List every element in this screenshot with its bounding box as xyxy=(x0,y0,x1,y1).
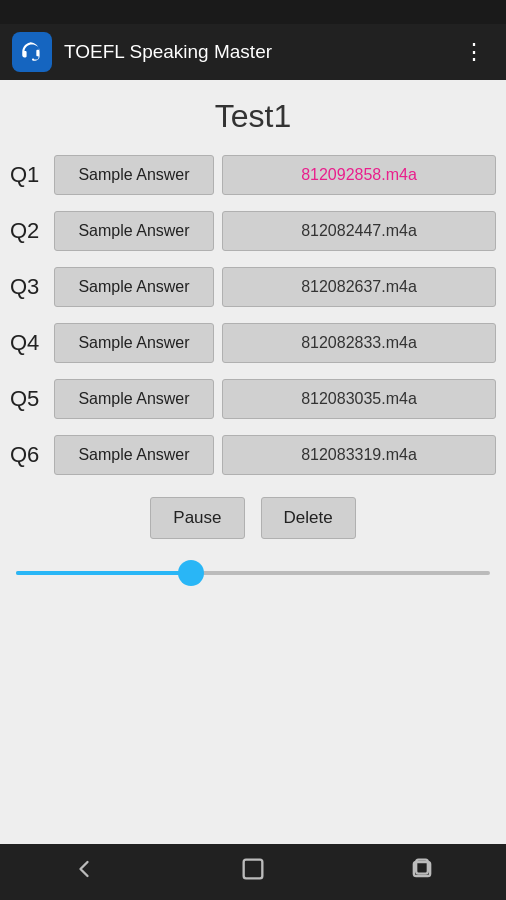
question-label-q4: Q4 xyxy=(10,330,46,356)
sample-answer-button-q4[interactable]: Sample Answer xyxy=(54,323,214,363)
question-label-q5: Q5 xyxy=(10,386,46,412)
app-icon xyxy=(12,32,52,72)
status-bar xyxy=(0,0,506,24)
recent-icon[interactable] xyxy=(408,855,436,889)
sample-answer-button-q3[interactable]: Sample Answer xyxy=(54,267,214,307)
svg-rect-0 xyxy=(244,860,263,879)
top-bar-left: TOEFL Speaking Master xyxy=(12,32,272,72)
slider-fill xyxy=(16,571,191,575)
sample-answer-button-q6[interactable]: Sample Answer xyxy=(54,435,214,475)
answer-file-button-q2[interactable]: 812082447.m4a xyxy=(222,211,496,251)
question-list: Q1 Sample Answer 812092858.m4a Q2 Sample… xyxy=(0,147,506,483)
answer-file-button-q1[interactable]: 812092858.m4a xyxy=(222,155,496,195)
question-label-q2: Q2 xyxy=(10,218,46,244)
slider-track[interactable] xyxy=(16,571,490,575)
question-label-q3: Q3 xyxy=(10,274,46,300)
table-row: Q2 Sample Answer 812082447.m4a xyxy=(0,203,506,259)
answer-file-button-q5[interactable]: 812083035.m4a xyxy=(222,379,496,419)
table-row: Q1 Sample Answer 812092858.m4a xyxy=(0,147,506,203)
slider-container xyxy=(0,547,506,575)
table-row: Q5 Sample Answer 812083035.m4a xyxy=(0,371,506,427)
back-icon[interactable] xyxy=(70,855,98,889)
table-row: Q4 Sample Answer 812082833.m4a xyxy=(0,315,506,371)
answer-file-button-q6[interactable]: 812083319.m4a xyxy=(222,435,496,475)
bottom-nav xyxy=(0,844,506,900)
answer-file-button-q3[interactable]: 812082637.m4a xyxy=(222,267,496,307)
main-content: Test1 Q1 Sample Answer 812092858.m4a Q2 … xyxy=(0,80,506,844)
bottom-controls: Pause Delete xyxy=(0,483,506,547)
slider-thumb[interactable] xyxy=(178,560,204,586)
table-row: Q6 Sample Answer 812083319.m4a xyxy=(0,427,506,483)
answer-file-button-q4[interactable]: 812082833.m4a xyxy=(222,323,496,363)
top-bar: TOEFL Speaking Master ⋮ xyxy=(0,24,506,80)
sample-answer-button-q5[interactable]: Sample Answer xyxy=(54,379,214,419)
question-label-q6: Q6 xyxy=(10,442,46,468)
delete-button[interactable]: Delete xyxy=(261,497,356,539)
pause-button[interactable]: Pause xyxy=(150,497,244,539)
sample-answer-button-q1[interactable]: Sample Answer xyxy=(54,155,214,195)
app-title: TOEFL Speaking Master xyxy=(64,41,272,63)
question-label-q1: Q1 xyxy=(10,162,46,188)
home-icon[interactable] xyxy=(239,855,267,889)
page-title: Test1 xyxy=(0,80,506,147)
table-row: Q3 Sample Answer 812082637.m4a xyxy=(0,259,506,315)
sample-answer-button-q2[interactable]: Sample Answer xyxy=(54,211,214,251)
menu-icon[interactable]: ⋮ xyxy=(455,35,494,69)
